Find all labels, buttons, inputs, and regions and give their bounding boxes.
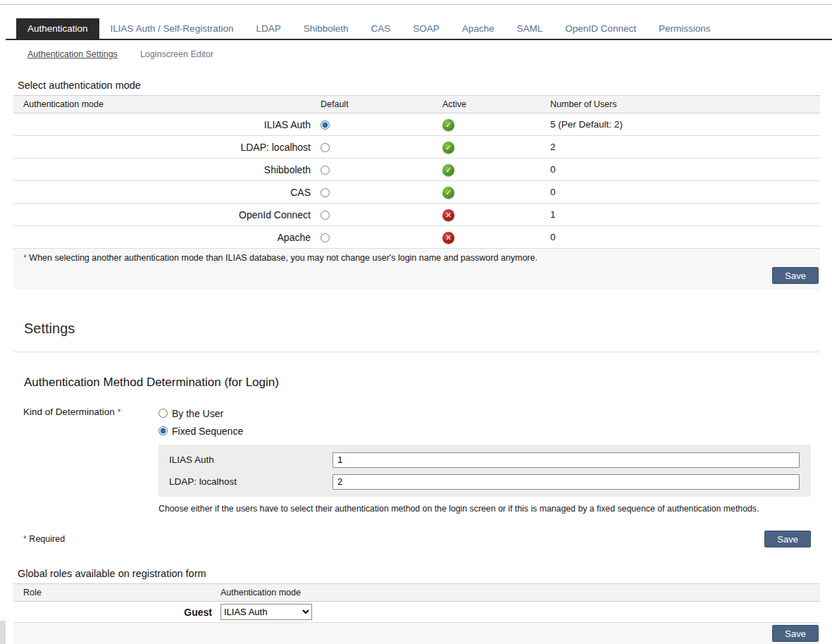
- sequence-input-ilias-auth[interactable]: [333, 452, 800, 468]
- required-note: * Required: [23, 534, 65, 544]
- roles-section-title: Global roles available on registration f…: [18, 568, 820, 579]
- auth-mode-header-row: Authentication mode Default Active Numbe…: [13, 96, 820, 113]
- roles-header-row: Role Authentication mode: [13, 584, 820, 602]
- save-button[interactable]: Save: [772, 625, 819, 642]
- sequence-row: ILIAS Auth: [169, 449, 800, 471]
- by-the-user-label: By the User: [172, 408, 223, 419]
- required-asterisk: *: [118, 407, 121, 417]
- active-check-icon: ✓: [442, 142, 454, 154]
- user-count: 1: [545, 204, 820, 226]
- footnote-text: When selecting another authentication mo…: [29, 253, 538, 263]
- sequence-row: LDAP: localhost: [169, 471, 800, 493]
- tab-cas[interactable]: CAS: [360, 18, 402, 39]
- tab-authentication[interactable]: Authentication: [16, 18, 99, 39]
- role-name: Guest: [13, 602, 215, 623]
- active-check-icon: ✓: [442, 187, 454, 199]
- required-note-asterisk: *: [23, 534, 27, 544]
- content-area: Select authentication mode Authenticatio…: [6, 80, 832, 644]
- tab-soap[interactable]: SOAP: [402, 18, 451, 39]
- default-radio[interactable]: [321, 120, 330, 130]
- top-header-edge: [0, 0, 832, 5]
- roles-table: Role Authentication mode Guest ILIAS Aut…: [13, 583, 820, 623]
- tab-ilias-auth-self-registration[interactable]: ILIAS Auth / Self-Registration: [99, 18, 245, 39]
- mode-label: ILIAS Auth: [13, 113, 315, 136]
- tab-apache[interactable]: Apache: [451, 18, 506, 39]
- footnote: * When selecting another authentication …: [23, 253, 819, 263]
- auth-mode-table-footer: * When selecting another authentication …: [13, 249, 820, 290]
- determination-footer: * Required Save: [13, 531, 820, 547]
- default-radio[interactable]: [321, 143, 330, 152]
- mode-label: LDAP: localhost: [13, 136, 315, 159]
- settings-heading: Settings: [24, 321, 820, 337]
- auth-mode-section-title: Select authentication mode: [18, 80, 820, 91]
- table-row: OpenId Connect ✕ 1: [13, 204, 820, 226]
- col-active: Active: [437, 96, 545, 113]
- tab-ldap[interactable]: LDAP: [244, 18, 292, 39]
- kind-of-determination-label: Kind of Determination *: [23, 404, 159, 514]
- save-button[interactable]: Save: [764, 531, 811, 547]
- user-count: 5 (Per Default: 2): [545, 113, 820, 136]
- tab-openid-connect[interactable]: OpenID Connect: [554, 18, 647, 39]
- sequence-input-ldap-localhost[interactable]: [333, 474, 800, 490]
- table-row: ILIAS Auth ✓ 5 (Per Default: 2): [13, 113, 820, 136]
- determination-byline: Choose either if the users have to selec…: [159, 504, 811, 514]
- default-radio[interactable]: [321, 166, 330, 175]
- subtab-loginscreen-editor[interactable]: Loginscreen Editor: [129, 49, 225, 59]
- kind-of-determination-row: Kind of Determination * By the User Fixe…: [23, 404, 820, 514]
- tab-shibboleth[interactable]: Shibboleth: [292, 18, 360, 39]
- col-authentication-mode: Authentication mode: [215, 584, 820, 602]
- determination-heading: Authentication Method Determination (for…: [24, 376, 820, 390]
- default-radio[interactable]: [321, 233, 330, 242]
- save-button[interactable]: Save: [772, 267, 819, 284]
- fixed-sequence-label: Fixed Sequence: [172, 426, 243, 437]
- page-container: Authentication ILIAS Auth / Self-Registr…: [6, 18, 832, 644]
- tab-saml[interactable]: SAML: [506, 18, 554, 39]
- mode-label: Apache: [13, 226, 315, 249]
- inactive-cross-icon: ✕: [442, 232, 454, 244]
- tab-bar: Authentication ILIAS Auth / Self-Registr…: [6, 18, 832, 40]
- mode-label: CAS: [13, 181, 315, 204]
- sequence-label: ILIAS Auth: [169, 454, 333, 465]
- user-count: 0: [545, 226, 820, 249]
- roles-footer: Save: [13, 623, 820, 644]
- active-check-icon: ✓: [442, 119, 454, 131]
- table-row: CAS ✓ 0: [13, 181, 820, 204]
- user-count: 2: [545, 136, 820, 159]
- tab-permissions[interactable]: Permissions: [647, 18, 722, 39]
- col-authentication-mode: Authentication mode: [13, 96, 315, 113]
- fixed-sequence-radio[interactable]: [159, 426, 168, 435]
- by-the-user-radio[interactable]: [159, 409, 168, 418]
- subtab-bar: Authentication Settings Loginscreen Edit…: [6, 49, 832, 59]
- table-row: Apache ✕ 0: [13, 226, 820, 249]
- required-note-text: Required: [29, 534, 65, 544]
- user-count: 0: [545, 159, 820, 181]
- bottom-left-background-corner: [0, 621, 6, 644]
- kind-label-text: Kind of Determination: [23, 407, 115, 417]
- fixed-sequence-option[interactable]: Fixed Sequence: [159, 422, 811, 440]
- default-radio[interactable]: [321, 188, 330, 197]
- kind-of-determination-controls: By the User Fixed Sequence ILIAS Auth LD…: [159, 404, 811, 514]
- inactive-cross-icon: ✕: [442, 209, 454, 221]
- col-number-of-users: Number of Users: [545, 96, 820, 113]
- default-radio[interactable]: [321, 211, 330, 220]
- divider: [13, 352, 820, 352]
- user-count: 0: [545, 181, 820, 204]
- by-the-user-option[interactable]: By the User: [159, 404, 811, 422]
- col-role: Role: [13, 584, 215, 602]
- auth-mode-table: Authentication mode Default Active Numbe…: [13, 95, 820, 249]
- role-auth-mode-select[interactable]: ILIAS Auth: [221, 604, 312, 620]
- table-row: Guest ILIAS Auth: [13, 602, 820, 623]
- table-row: Shibboleth ✓ 0: [13, 159, 820, 181]
- col-default: Default: [315, 96, 437, 113]
- mode-label: OpenId Connect: [13, 204, 315, 226]
- fixed-sequence-panel: ILIAS Auth LDAP: localhost: [159, 445, 811, 497]
- sequence-label: LDAP: localhost: [169, 476, 333, 487]
- active-check-icon: ✓: [442, 164, 454, 176]
- subtab-authentication-settings[interactable]: Authentication Settings: [16, 49, 129, 59]
- mode-label: Shibboleth: [13, 159, 315, 181]
- footnote-asterisk: *: [23, 253, 27, 263]
- table-row: LDAP: localhost ✓ 2: [13, 136, 820, 159]
